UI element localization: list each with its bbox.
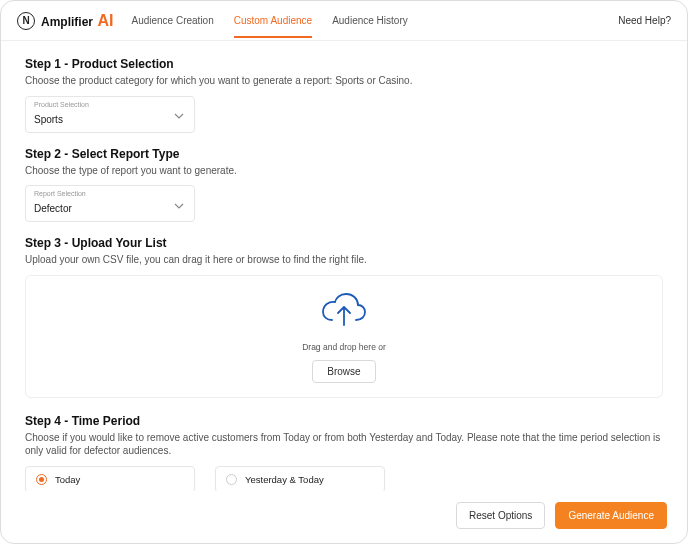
step1-title: Step 1 - Product Selection — [25, 57, 663, 71]
header-bar: N Amplifier AI Audience Creation Custom … — [1, 1, 687, 41]
tab-custom-audience[interactable]: Custom Audience — [234, 3, 312, 38]
step3-title: Step 3 - Upload Your List — [25, 236, 663, 250]
product-selection-dropdown[interactable]: Product Selection Sports — [25, 96, 195, 133]
time-period-options: Today Yesterday & Today — [25, 466, 663, 492]
time-option-label: Yesterday & Today — [245, 474, 324, 485]
step2-desc: Choose the type of report you want to ge… — [25, 164, 663, 178]
step1-desc: Choose the product category for which yo… — [25, 74, 663, 88]
brand-suffix: AI — [97, 12, 113, 29]
radio-icon — [226, 474, 237, 485]
time-option-today[interactable]: Today — [25, 466, 195, 492]
generate-audience-button[interactable]: Generate Audience — [555, 502, 667, 529]
app-window: N Amplifier AI Audience Creation Custom … — [0, 0, 688, 544]
product-selection-label: Product Selection — [34, 101, 186, 108]
browse-button[interactable]: Browse — [312, 360, 375, 383]
brand-name: Amplifier AI — [41, 12, 113, 30]
time-option-yesterday-today[interactable]: Yesterday & Today — [215, 466, 385, 492]
help-link[interactable]: Need Help? — [618, 15, 671, 26]
tab-audience-creation[interactable]: Audience Creation — [131, 3, 213, 38]
report-selection-value: Defector — [34, 203, 72, 214]
upload-hint-text: Drag and drop here or — [302, 342, 386, 352]
step3-desc: Upload your own CSV file, you can drag i… — [25, 253, 663, 267]
logo-mark-icon: N — [17, 12, 35, 30]
main-content: Step 1 - Product Selection Choose the pr… — [1, 41, 687, 491]
report-selection-dropdown[interactable]: Report Selection Defector — [25, 185, 195, 222]
report-selection-label: Report Selection — [34, 190, 186, 197]
chevron-down-icon — [174, 105, 184, 123]
chevron-down-icon — [174, 195, 184, 213]
footer-actions: Reset Options Generate Audience — [1, 491, 687, 543]
step2-title: Step 2 - Select Report Type — [25, 147, 663, 161]
cloud-upload-icon — [321, 292, 367, 334]
time-option-label: Today — [55, 474, 80, 485]
product-selection-value: Sports — [34, 114, 63, 125]
reset-options-button[interactable]: Reset Options — [456, 502, 545, 529]
brand-logo: N Amplifier AI — [17, 12, 113, 30]
nav-tabs: Audience Creation Custom Audience Audien… — [131, 3, 407, 38]
radio-icon — [36, 474, 47, 485]
tab-audience-history[interactable]: Audience History — [332, 3, 408, 38]
upload-dropzone[interactable]: Drag and drop here or Browse — [25, 275, 663, 398]
step4-desc: Choose if you would like to remove activ… — [25, 431, 663, 458]
step4-title: Step 4 - Time Period — [25, 414, 663, 428]
brand-text: Amplifier — [41, 15, 93, 29]
